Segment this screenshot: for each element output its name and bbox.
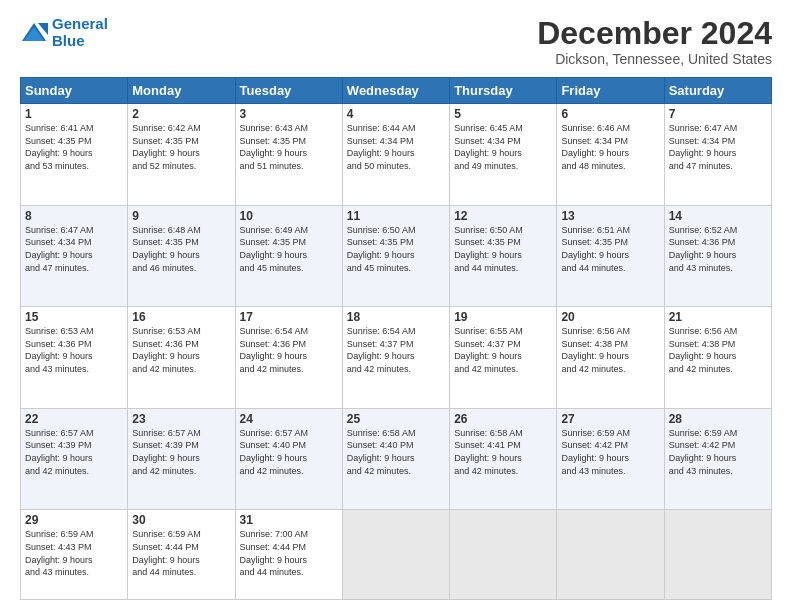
title-section: December 2024 Dickson, Tennessee, United… [537,16,772,67]
subtitle: Dickson, Tennessee, United States [537,51,772,67]
table-row: 19 Sunrise: 6:55 AMSunset: 4:37 PMDaylig… [450,307,557,409]
logo-text: General Blue [52,16,108,49]
table-row [557,510,664,600]
table-row: 17 Sunrise: 6:54 AMSunset: 4:36 PMDaylig… [235,307,342,409]
header-saturday: Saturday [664,78,771,104]
table-row: 22 Sunrise: 6:57 AMSunset: 4:39 PMDaylig… [21,408,128,510]
table-row: 24 Sunrise: 6:57 AMSunset: 4:40 PMDaylig… [235,408,342,510]
header-friday: Friday [557,78,664,104]
table-row: 1 Sunrise: 6:41 AMSunset: 4:35 PMDayligh… [21,104,128,206]
page: General Blue December 2024 Dickson, Tenn… [0,0,792,612]
header-tuesday: Tuesday [235,78,342,104]
table-row: 18 Sunrise: 6:54 AMSunset: 4:37 PMDaylig… [342,307,449,409]
table-row: 6 Sunrise: 6:46 AMSunset: 4:34 PMDayligh… [557,104,664,206]
main-title: December 2024 [537,16,772,51]
logo: General Blue [20,16,108,49]
table-row: 29 Sunrise: 6:59 AMSunset: 4:43 PMDaylig… [21,510,128,600]
table-row: 3 Sunrise: 6:43 AMSunset: 4:35 PMDayligh… [235,104,342,206]
table-row: 25 Sunrise: 6:58 AMSunset: 4:40 PMDaylig… [342,408,449,510]
table-row [664,510,771,600]
header: General Blue December 2024 Dickson, Tenn… [20,16,772,67]
header-wednesday: Wednesday [342,78,449,104]
table-row: 13 Sunrise: 6:51 AMSunset: 4:35 PMDaylig… [557,205,664,307]
table-row: 31 Sunrise: 7:00 AMSunset: 4:44 PMDaylig… [235,510,342,600]
table-row: 23 Sunrise: 6:57 AMSunset: 4:39 PMDaylig… [128,408,235,510]
table-row: 21 Sunrise: 6:56 AMSunset: 4:38 PMDaylig… [664,307,771,409]
table-row: 27 Sunrise: 6:59 AMSunset: 4:42 PMDaylig… [557,408,664,510]
header-thursday: Thursday [450,78,557,104]
table-row: 28 Sunrise: 6:59 AMSunset: 4:42 PMDaylig… [664,408,771,510]
table-row: 26 Sunrise: 6:58 AMSunset: 4:41 PMDaylig… [450,408,557,510]
table-row: 16 Sunrise: 6:53 AMSunset: 4:36 PMDaylig… [128,307,235,409]
calendar-header-row: Sunday Monday Tuesday Wednesday Thursday… [21,78,772,104]
table-row: 10 Sunrise: 6:49 AMSunset: 4:35 PMDaylig… [235,205,342,307]
table-row: 12 Sunrise: 6:50 AMSunset: 4:35 PMDaylig… [450,205,557,307]
logo-icon [20,21,48,45]
table-row: 5 Sunrise: 6:45 AMSunset: 4:34 PMDayligh… [450,104,557,206]
table-row: 20 Sunrise: 6:56 AMSunset: 4:38 PMDaylig… [557,307,664,409]
table-row: 7 Sunrise: 6:47 AMSunset: 4:34 PMDayligh… [664,104,771,206]
calendar-table: Sunday Monday Tuesday Wednesday Thursday… [20,77,772,600]
table-row: 4 Sunrise: 6:44 AMSunset: 4:34 PMDayligh… [342,104,449,206]
table-row: 8 Sunrise: 6:47 AMSunset: 4:34 PMDayligh… [21,205,128,307]
table-row: 9 Sunrise: 6:48 AMSunset: 4:35 PMDayligh… [128,205,235,307]
table-row: 30 Sunrise: 6:59 AMSunset: 4:44 PMDaylig… [128,510,235,600]
table-row: 11 Sunrise: 6:50 AMSunset: 4:35 PMDaylig… [342,205,449,307]
header-monday: Monday [128,78,235,104]
table-row: 15 Sunrise: 6:53 AMSunset: 4:36 PMDaylig… [21,307,128,409]
logo-line1: General [52,15,108,32]
header-sunday: Sunday [21,78,128,104]
table-row: 14 Sunrise: 6:52 AMSunset: 4:36 PMDaylig… [664,205,771,307]
logo-line2: Blue [52,32,85,49]
table-row: 2 Sunrise: 6:42 AMSunset: 4:35 PMDayligh… [128,104,235,206]
table-row [342,510,449,600]
table-row [450,510,557,600]
